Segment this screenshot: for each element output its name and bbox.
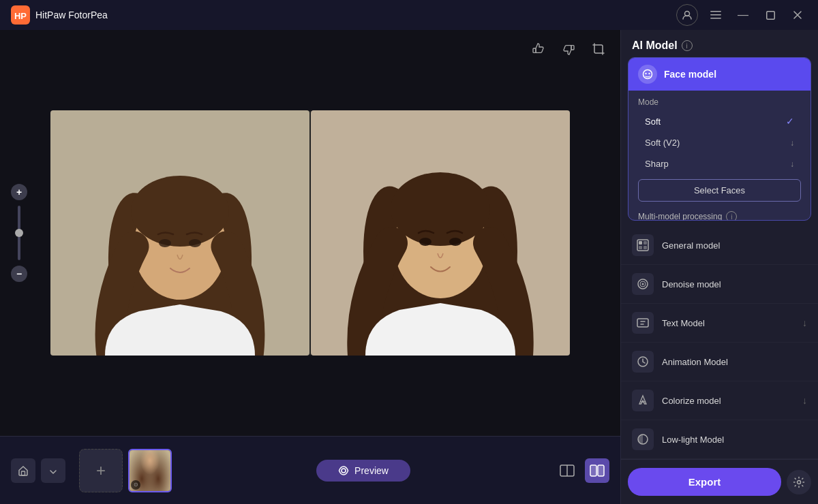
- colorize-model-item[interactable]: Colorize model ↓: [621, 381, 818, 420]
- svg-point-15: [131, 176, 229, 247]
- minimize-button[interactable]: —: [733, 5, 753, 25]
- svg-point-26: [449, 238, 461, 246]
- multi-model-info-icon[interactable]: i: [726, 211, 737, 221]
- svg-point-16: [159, 239, 171, 247]
- svg-point-35: [648, 73, 650, 74]
- svg-rect-40: [643, 246, 647, 249]
- svg-point-34: [645, 73, 646, 74]
- text-model-icon: [632, 312, 654, 334]
- svg-point-21: [351, 180, 455, 356]
- face-model-header[interactable]: Face model: [628, 58, 811, 91]
- preview-button[interactable]: Preview: [316, 460, 410, 482]
- general-model-name: General model: [662, 240, 807, 251]
- mode-soft-v2-label: Soft (V2): [645, 138, 680, 148]
- svg-point-22: [426, 180, 530, 356]
- mode-soft-v2[interactable]: Soft (V2) ↓: [638, 133, 801, 153]
- face-model-card: Face model Mode Soft ✓ Soft (V2) ↓ Sharp…: [628, 57, 811, 221]
- text-model-item[interactable]: Text Model ↓: [621, 304, 818, 343]
- svg-point-10: [105, 287, 255, 356]
- mode-label: Mode: [638, 97, 801, 107]
- svg-rect-4: [710, 14, 721, 16]
- face-model-icon: [638, 65, 657, 84]
- colorize-model-chevron: ↓: [802, 395, 807, 406]
- before-image-panel: [50, 110, 309, 356]
- svg-rect-27: [22, 471, 25, 475]
- thumbnail-strip: + ⊙: [74, 449, 172, 492]
- denoise-model-icon: [632, 273, 654, 295]
- dual-view-button[interactable]: [585, 458, 609, 483]
- svg-text:HP: HP: [14, 11, 27, 21]
- text-model-name: Text Model: [662, 318, 794, 328]
- svg-rect-5: [710, 18, 721, 19]
- lowlight-model-item[interactable]: Low-light Model: [621, 420, 818, 459]
- svg-point-28: [342, 469, 346, 473]
- svg-rect-3: [710, 11, 721, 12]
- maximize-button[interactable]: [761, 5, 780, 25]
- animation-model-name: Animation Model: [662, 357, 807, 367]
- svg-point-23: [394, 192, 487, 298]
- mode-sharp-chevron: ↓: [790, 159, 794, 169]
- split-view-button[interactable]: [555, 458, 579, 483]
- mode-soft-v2-chevron: ↓: [790, 138, 794, 148]
- user-icon[interactable]: [676, 4, 698, 26]
- svg-point-17: [189, 239, 201, 247]
- svg-rect-8: [571, 46, 574, 50]
- title-bar-right: —: [676, 4, 807, 26]
- svg-rect-6: [766, 11, 774, 19]
- svg-point-43: [642, 283, 644, 285]
- svg-rect-32: [598, 465, 604, 476]
- denoise-model-item[interactable]: Denoise model: [621, 265, 818, 304]
- thumbnail-item[interactable]: ⊙: [128, 449, 172, 492]
- export-button[interactable]: Export: [628, 468, 781, 496]
- close-button[interactable]: [788, 5, 807, 25]
- colorize-model-icon: [632, 390, 654, 411]
- multi-model-label: Multi-model processing: [638, 212, 722, 221]
- panel-header: AI Model i: [621, 30, 818, 57]
- zoom-slider-thumb: [15, 229, 23, 237]
- animation-model-item[interactable]: Animation Model: [621, 343, 818, 381]
- mode-soft-check: ✓: [786, 116, 794, 127]
- home-button[interactable]: [11, 458, 35, 483]
- svg-point-25: [419, 238, 431, 246]
- thumbup-button[interactable]: [528, 38, 549, 60]
- expand-button[interactable]: [41, 458, 65, 483]
- svg-point-24: [391, 172, 490, 246]
- svg-point-13: [166, 188, 262, 356]
- ai-model-info-icon[interactable]: i: [682, 40, 693, 51]
- export-area: Export: [621, 459, 818, 504]
- select-faces-button[interactable]: Select Faces: [638, 179, 801, 202]
- app-title: HitPaw FotorPea: [35, 10, 108, 20]
- general-model-item[interactable]: General model: [621, 226, 818, 265]
- settings-button[interactable]: [787, 470, 811, 494]
- canvas-toolbar: [528, 38, 609, 60]
- menu-button[interactable]: [706, 5, 725, 25]
- text-model-chevron: ↓: [802, 317, 807, 328]
- lowlight-model-name: Low-light Model: [662, 435, 807, 445]
- mode-soft-label: Soft: [645, 116, 661, 127]
- general-model-icon: [632, 234, 654, 256]
- zoom-out-button[interactable]: −: [11, 266, 27, 282]
- multi-model-row: Multi-model processing i: [638, 211, 801, 221]
- bottom-left-controls: [11, 458, 65, 483]
- bottom-bar: + ⊙ Preview: [0, 436, 620, 504]
- bottom-right-controls: [555, 458, 609, 483]
- images-container: + −: [0, 30, 620, 436]
- zoom-slider[interactable]: [18, 206, 20, 260]
- panel-title: AI Model: [632, 40, 678, 52]
- thumbdown-button[interactable]: [558, 38, 579, 60]
- svg-point-47: [798, 480, 801, 484]
- svg-rect-39: [639, 246, 642, 249]
- title-bar-left: HP HitPaw FotorPea: [11, 5, 108, 25]
- crop-button[interactable]: [588, 38, 609, 60]
- mode-sharp-label: Sharp: [645, 159, 669, 169]
- app-logo: HP: [11, 5, 30, 25]
- mode-sharp[interactable]: Sharp ↓: [638, 154, 801, 174]
- mode-soft[interactable]: Soft ✓: [638, 111, 801, 131]
- svg-rect-31: [590, 465, 596, 476]
- lowlight-model-icon: [632, 428, 654, 450]
- zoom-in-button[interactable]: +: [11, 184, 27, 200]
- svg-point-12: [97, 188, 194, 356]
- svg-rect-18: [311, 110, 570, 356]
- add-media-button[interactable]: +: [79, 449, 123, 492]
- svg-rect-11: [168, 279, 192, 317]
